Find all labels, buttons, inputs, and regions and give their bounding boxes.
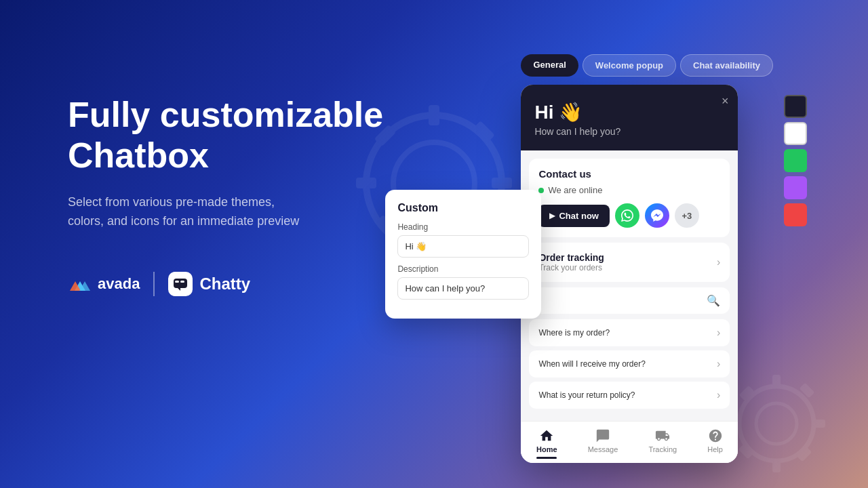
tracking-card[interactable]: Order tracking Track your orders › [529,243,730,282]
swatch-black[interactable] [784,95,807,118]
tab-general[interactable]: General [521,54,578,77]
svg-rect-13 [772,459,781,472]
search-icon[interactable]: 🔍 [707,294,720,307]
help-icon [708,428,723,443]
tab-chat-availability[interactable]: Chat availability [680,54,773,77]
chevron-right-icon: › [717,256,720,268]
home-icon [539,428,554,443]
right-section: General Welcome popup Chat availability … [521,54,773,463]
messenger-icon [651,209,663,222]
chat-header: × Hi 👋 How can I help you? [521,85,738,150]
play-icon: ▶ [549,211,555,220]
nav-help-label: Help [707,445,723,453]
svg-rect-26 [180,281,184,283]
svg-rect-12 [772,375,781,388]
faq-text-3: What is your return policy? [538,390,717,400]
svg-rect-17 [797,447,812,462]
faq-item-3[interactable]: What is your return policy? › [529,382,730,409]
tracking-icon [655,428,670,443]
svg-rect-15 [812,420,825,428]
swatch-green[interactable] [784,149,807,172]
message-icon [595,428,610,443]
chat-popup: × Hi 👋 How can I help you? Contact us We… [521,85,738,463]
chatty-chat-icon [172,276,189,292]
chat-greeting: Hi 👋 [534,101,724,123]
tabs-row: General Welcome popup Chat availability [521,54,773,77]
contact-title: Contact us [538,168,720,180]
faq-item-2[interactable]: When will I receive my order? › [529,350,730,378]
avada-icon [68,272,92,296]
chatty-label: Chatty [199,274,250,293]
nav-tracking[interactable]: Tracking [648,428,677,459]
chat-subtitle: How can I help you? [534,126,724,137]
svg-marker-27 [178,288,180,291]
custom-form-popup: Custom Heading Description [385,190,541,319]
whatsapp-button[interactable] [615,203,639,228]
avada-label: avada [98,275,140,293]
chevron-right-icon: › [717,389,720,401]
chatty-logo: Chatty [168,272,250,296]
bottom-nav: Home Message Tracking Help [521,421,738,463]
tracking-title: Order tracking [538,252,604,263]
avada-logo: avada [68,272,140,296]
custom-form-title: Custom [397,202,529,214]
chevron-right-icon: › [717,358,720,370]
more-socials-button[interactable]: +3 [675,203,699,228]
color-swatches [784,95,807,226]
brand-divider [153,272,155,296]
description-label: Description [397,264,529,274]
heading-label: Heading [397,222,529,232]
swatch-white[interactable] [784,122,807,145]
tab-welcome-popup[interactable]: Welcome popup [583,54,676,77]
svg-rect-24 [174,279,187,288]
contact-card: Contact us We are online ▶ Chat now [529,159,730,237]
nav-home[interactable]: Home [536,428,557,459]
main-heading: Fully customizable Chatbox [68,95,448,176]
chat-now-button[interactable]: ▶ Chat now [538,205,610,227]
chat-body: Contact us We are online ▶ Chat now [521,150,738,421]
svg-rect-5 [492,178,512,188]
nav-message[interactable]: Message [588,428,618,459]
nav-home-label: Home [536,445,557,453]
description-input[interactable] [397,277,529,300]
chevron-right-icon: › [717,327,720,339]
whatsapp-icon [621,209,633,222]
nav-message-label: Message [588,445,618,453]
online-text: We are online [548,185,602,195]
messenger-button[interactable] [645,203,669,228]
faq-item-1[interactable]: Where is my order? › [529,319,730,346]
heading-input[interactable] [397,235,529,258]
search-area: 🔍 [529,287,730,314]
nav-tracking-label: Tracking [648,445,677,453]
close-button[interactable]: × [722,94,729,108]
nav-underline [536,457,557,459]
nav-help[interactable]: Help [707,428,723,459]
swatch-purple[interactable] [784,176,807,199]
action-row: ▶ Chat now +3 [538,203,720,228]
chatty-icon [168,272,193,296]
online-row: We are online [538,185,720,195]
online-indicator [538,188,544,193]
tracking-subtitle: Track your orders [538,263,604,272]
tracking-info: Order tracking Track your orders [538,252,604,272]
faq-text-1: Where is my order? [538,328,717,338]
svg-rect-25 [175,281,179,283]
swatch-red[interactable] [784,203,807,226]
faq-text-2: When will I receive my order? [538,359,717,369]
